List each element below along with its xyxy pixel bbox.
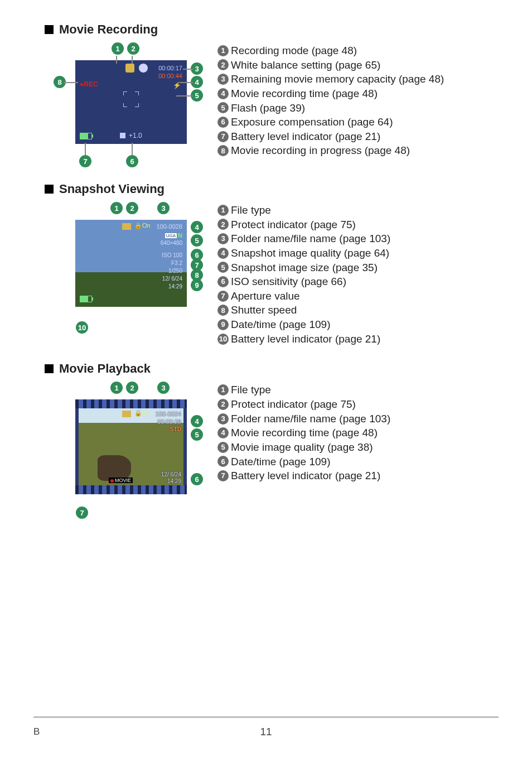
square-bullet-icon xyxy=(45,25,54,34)
legend-item: 2Protect indicator (page 75) xyxy=(217,218,499,232)
legend-item: 5Movie image quality (page 38) xyxy=(217,440,499,455)
film-strip-top-icon xyxy=(75,399,187,408)
num-badge-6: 6 xyxy=(217,117,229,128)
ev-icon xyxy=(120,133,125,138)
iso-text: ISO 100 xyxy=(162,252,182,258)
legend-text: Battery level indicator (page 21) xyxy=(231,129,380,144)
battery-icon xyxy=(80,133,92,139)
legend-text: White balance setting (page 65) xyxy=(231,58,380,73)
section-title-text: Movie Recording xyxy=(59,22,158,37)
num-badge-8: 8 xyxy=(217,145,229,156)
file-type-icon xyxy=(122,411,131,417)
callout-4: 4 xyxy=(191,221,203,233)
legend-movie-recording: 1Recording mode (page 48) 2White balance… xyxy=(217,44,499,158)
shutter-text: 1/250 xyxy=(168,268,182,274)
legend-item: 8Movie recording in progress (page 48) xyxy=(217,143,499,158)
legend-item: 5Snapshot image size (page 35) xyxy=(217,261,499,275)
section-title-text: Snapshot Viewing xyxy=(59,182,165,196)
legend-item: 6Exposure compensation (page 64) xyxy=(217,115,499,129)
num-badge-5: 5 xyxy=(217,102,229,113)
date-text: 12/ 6/24 xyxy=(161,471,181,478)
callout-1: 1 xyxy=(112,42,124,55)
folder-file-text: 100-0024 xyxy=(156,411,182,417)
remaining-time-text: 00:00:44 xyxy=(158,73,182,79)
callout-6: 6 xyxy=(191,473,203,485)
section-title: Movie Recording xyxy=(45,22,499,37)
callout-7: 7 xyxy=(79,155,91,167)
page-number: 11 xyxy=(260,726,272,738)
lead-line xyxy=(85,143,86,155)
callout-2: 2 xyxy=(126,382,138,394)
folder-file-text: 100-0028 xyxy=(157,223,183,230)
callout-1: 1 xyxy=(110,382,123,394)
num-badge-10: 10 xyxy=(217,334,229,345)
legend-text: Snapshot image quality (page 64) xyxy=(231,246,389,261)
legend-item: 1File type xyxy=(217,203,499,218)
movie-playback-thumbnail: 🔒On 100-0024 00:00:28 STD 12/ 6/24 14:29… xyxy=(61,383,201,517)
playback-screen: 🔒On 100-0024 00:00:28 STD 12/ 6/24 14:29… xyxy=(75,399,187,494)
legend-item: 1File type xyxy=(217,383,499,397)
num-badge-5: 5 xyxy=(217,262,229,273)
legend-text: Date/time (page 109) xyxy=(231,317,331,332)
legend-text: Folder name/file name (page 103) xyxy=(231,412,390,426)
legend-item: 4Snapshot image quality (page 64) xyxy=(217,246,499,261)
lead-line xyxy=(64,82,78,83)
lead-line xyxy=(183,69,193,70)
callout-1: 1 xyxy=(110,202,123,214)
legend-item: 3Folder name/file name (page 103) xyxy=(217,412,499,426)
callout-6: 6 xyxy=(126,155,138,167)
lead-line xyxy=(132,56,133,64)
top-icon-row xyxy=(125,64,148,73)
callout-2: 2 xyxy=(127,42,139,55)
section-row: 🔒On 100-0028 UGA N 640×480 ISO 100 F3.2 … xyxy=(33,203,499,346)
section-title-text: Movie Playback xyxy=(59,361,151,376)
quality-box: UGA xyxy=(165,233,177,238)
num-badge-4: 4 xyxy=(217,427,229,438)
legend-item: 6Date/time (page 109) xyxy=(217,455,499,469)
num-badge-3: 3 xyxy=(217,413,229,425)
section-movie-recording: Movie Recording 00:00:17 00:00:44 ⚡ ●REC xyxy=(33,22,499,166)
legend-item: 7Aperture value xyxy=(217,289,499,303)
section-movie-playback: Movie Playback 🔒On 100-0024 00:00:28 STD… xyxy=(33,361,499,517)
legend-item: 10Battery level indicator (page 21) xyxy=(217,332,499,346)
legend-text: ISO sensitivity (page 66) xyxy=(231,274,346,289)
resolution-text: 640×480 xyxy=(161,240,182,246)
legend-text: Movie recording time (page 48) xyxy=(231,426,378,440)
num-badge-2: 2 xyxy=(217,399,229,410)
legend-item: 2Protect indicator (page 75) xyxy=(217,397,499,412)
legend-text: File type xyxy=(231,383,271,397)
legend-item: 7Battery level indicator (page 21) xyxy=(217,469,499,483)
legend-text: Exposure compensation (page 64) xyxy=(231,115,393,129)
legend-text: File type xyxy=(231,203,271,218)
callout-7: 7 xyxy=(76,507,88,519)
date-text: 12/ 6/24 xyxy=(162,276,182,282)
legend-item: 6ISO sensitivity (page 66) xyxy=(217,274,499,289)
num-badge-7: 7 xyxy=(217,470,229,481)
legend-item: 9Date/time (page 109) xyxy=(217,317,499,332)
movie-recording-thumbnail: 00:00:17 00:00:44 ⚡ ●REC +1.0 1 2 3 xyxy=(61,44,201,166)
num-badge-6: 6 xyxy=(217,456,229,467)
legend-item: 4Movie recording time (page 48) xyxy=(217,86,499,101)
callout-3: 3 xyxy=(157,202,170,214)
num-badge-3: 3 xyxy=(217,74,229,85)
page-footer: B 11 xyxy=(33,726,499,737)
legend-text: Movie recording time (page 48) xyxy=(231,86,378,101)
callout-5: 5 xyxy=(191,234,203,247)
num-badge-1: 1 xyxy=(217,205,229,216)
legend-text: Flash (page 39) xyxy=(231,101,305,115)
num-badge-4: 4 xyxy=(217,248,229,259)
callout-4: 4 xyxy=(191,415,203,427)
footer-divider xyxy=(33,716,499,718)
legend-text: Recording mode (page 48) xyxy=(231,44,357,58)
num-badge-1: 1 xyxy=(217,384,229,396)
num-badge-6: 6 xyxy=(217,276,229,287)
footer-left-label: B xyxy=(33,726,40,737)
lead-line xyxy=(132,143,133,155)
legend-item: 2White balance setting (page 65) xyxy=(217,58,499,73)
legend-text: Aperture value xyxy=(231,289,300,303)
section-row: 🔒On 100-0024 00:00:28 STD 12/ 6/24 14:29… xyxy=(33,383,499,517)
legend-text: Shutter speed xyxy=(231,303,297,317)
film-strip-bottom-icon xyxy=(75,485,187,494)
num-badge-4: 4 xyxy=(217,88,229,99)
legend-item: 4Movie recording time (page 48) xyxy=(217,426,499,440)
